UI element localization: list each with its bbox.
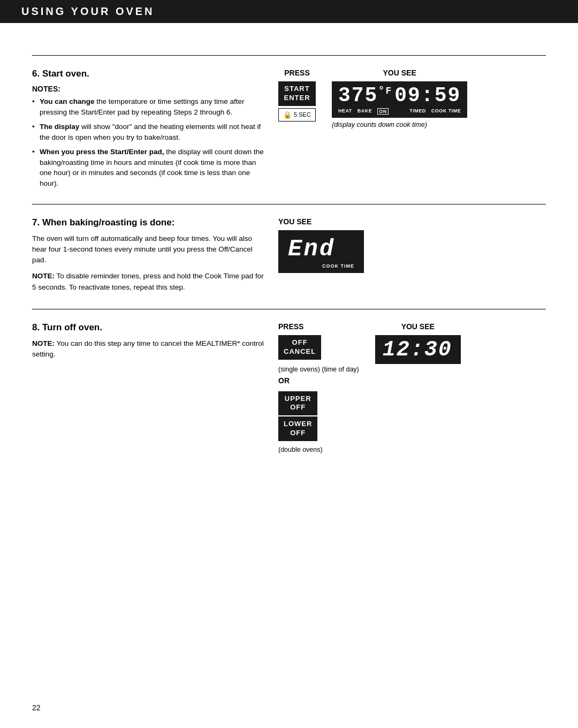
cooktime-label: COOK TIME bbox=[431, 108, 461, 115]
lock-icon: 🔒 bbox=[283, 111, 292, 119]
display-end-7: End COOK TIME bbox=[278, 230, 364, 273]
note-2-bold: The display bbox=[40, 123, 79, 131]
display-labels-row-6: HEAT BAKE ON TIMED COOK TIME bbox=[338, 108, 461, 115]
section-8-right: PRESS OFF CANCEL (single ovens) (time of… bbox=[278, 322, 546, 453]
section-7-body: The oven will turn off automatically and… bbox=[32, 233, 268, 266]
note7-text: To disable reminder tones, press and hol… bbox=[32, 272, 264, 291]
on-label: ON bbox=[377, 108, 389, 115]
timed-label: TIMED bbox=[409, 108, 426, 115]
section-8-left: 8. Turn off oven. NOTE: You can do this … bbox=[32, 322, 278, 453]
yousee-label-7: YOU SEE bbox=[278, 217, 311, 226]
bake-label: BAKE bbox=[358, 108, 372, 115]
note-1-bold: You can change bbox=[40, 97, 95, 105]
header-title: USING YOUR OVEN bbox=[21, 5, 155, 17]
time-digits-8: 12:30 bbox=[383, 339, 453, 361]
note8-label: NOTE: bbox=[32, 339, 55, 347]
note7-label: NOTE: bbox=[32, 272, 55, 280]
section-7-yousee-col: YOU SEE End COOK TIME bbox=[278, 217, 364, 273]
divider-top bbox=[32, 55, 546, 56]
section-6-yousee-col: YOU SEE 375°F 09:59 HEAT BAKE ON bbox=[332, 69, 467, 128]
display-screen-6: 375°F 09:59 HEAT BAKE ON TIMED COOK bbox=[332, 81, 467, 118]
display-time-8: 12:30 bbox=[375, 335, 461, 364]
section-8-press-col: PRESS OFF CANCEL (single ovens) (time of… bbox=[278, 322, 359, 453]
caption-single: (single ovens) (time of day) bbox=[278, 366, 359, 373]
note-3-bold: When you press the Start/Enter pad, bbox=[40, 148, 164, 156]
section-8-title: 8. Turn off oven. bbox=[32, 322, 268, 333]
page-container: USING YOUR OVEN 6. Start oven. NOTES: Yo… bbox=[0, 0, 578, 728]
section-6-left: 6. Start oven. NOTES: You can change the… bbox=[32, 69, 278, 193]
section-6-title: 6. Start oven. bbox=[32, 69, 268, 79]
yousee-label-8: YOU SEE bbox=[375, 322, 461, 331]
section-6: 6. Start oven. NOTES: You can change the… bbox=[32, 69, 546, 193]
off-cancel-button[interactable]: OFF CANCEL bbox=[278, 335, 321, 360]
display-digits-6: 375°F 09:59 bbox=[338, 86, 461, 106]
note8-text: You can do this step any time to cancel … bbox=[32, 339, 264, 358]
page-number: 22 bbox=[32, 703, 41, 712]
note-item-1: You can change the temperature or time s… bbox=[32, 96, 268, 117]
end-text: End bbox=[288, 236, 354, 262]
or-text: OR bbox=[278, 376, 290, 385]
press-label-8: PRESS bbox=[278, 322, 303, 331]
right-labels: TIMED COOK TIME bbox=[409, 108, 461, 115]
press-label-6: PRESS bbox=[278, 69, 316, 77]
section-8-note: NOTE: You can do this step any time to c… bbox=[32, 338, 268, 360]
section-7-left: 7. When baking/roasting is done: The ove… bbox=[32, 217, 278, 298]
section-6-right: PRESS START ENTER 🔒 5 SEC YOU SEE 375°F bbox=[278, 69, 546, 193]
ssec-button-container: 🔒 5 SEC bbox=[278, 108, 316, 122]
caption-double: (double ovens) bbox=[278, 446, 323, 453]
content-area: 6. Start oven. NOTES: You can change the… bbox=[0, 39, 578, 480]
page-header: USING YOUR OVEN bbox=[0, 0, 578, 23]
ssec-label: 5 SEC bbox=[294, 111, 311, 118]
section-8-yousee-col: YOU SEE 12:30 bbox=[375, 322, 461, 364]
notes-label: NOTES: bbox=[32, 85, 268, 93]
end-label: COOK TIME bbox=[288, 263, 354, 269]
section-6-press-col: PRESS START ENTER 🔒 5 SEC bbox=[278, 69, 316, 123]
lower-off-button[interactable]: LOWER OFF bbox=[278, 416, 317, 441]
note-item-3: When you press the Start/Enter pad, the … bbox=[32, 147, 268, 188]
start-enter-button[interactable]: START ENTER bbox=[278, 81, 316, 106]
section-7: 7. When baking/roasting is done: The ove… bbox=[32, 217, 546, 298]
section-7-right: YOU SEE End COOK TIME bbox=[278, 217, 546, 298]
f-label: F bbox=[385, 86, 392, 96]
divider-8 bbox=[32, 309, 546, 309]
double-oven-buttons: UPPER OFF LOWER OFF bbox=[278, 391, 317, 443]
section-8: 8. Turn off oven. NOTE: You can do this … bbox=[32, 322, 546, 453]
degree-symbol: ° bbox=[378, 85, 385, 97]
upper-off-button[interactable]: UPPER OFF bbox=[278, 391, 317, 416]
heat-label: HEAT bbox=[338, 108, 352, 115]
divider-7 bbox=[32, 204, 546, 204]
display-caption-6: (display counts down cook time) bbox=[332, 121, 467, 128]
yousee-label-6: YOU SEE bbox=[332, 69, 467, 77]
ssec-button[interactable]: 🔒 5 SEC bbox=[278, 108, 316, 122]
time-display: 09:59 bbox=[394, 86, 461, 106]
note-item-2: The display will show "door" and the hea… bbox=[32, 122, 268, 142]
temp-display: 375°F bbox=[338, 86, 392, 106]
section-7-note: NOTE: To disable reminder tones, press a… bbox=[32, 271, 268, 293]
section-7-title: 7. When baking/roasting is done: bbox=[32, 217, 268, 228]
left-labels: HEAT BAKE ON bbox=[338, 108, 389, 115]
